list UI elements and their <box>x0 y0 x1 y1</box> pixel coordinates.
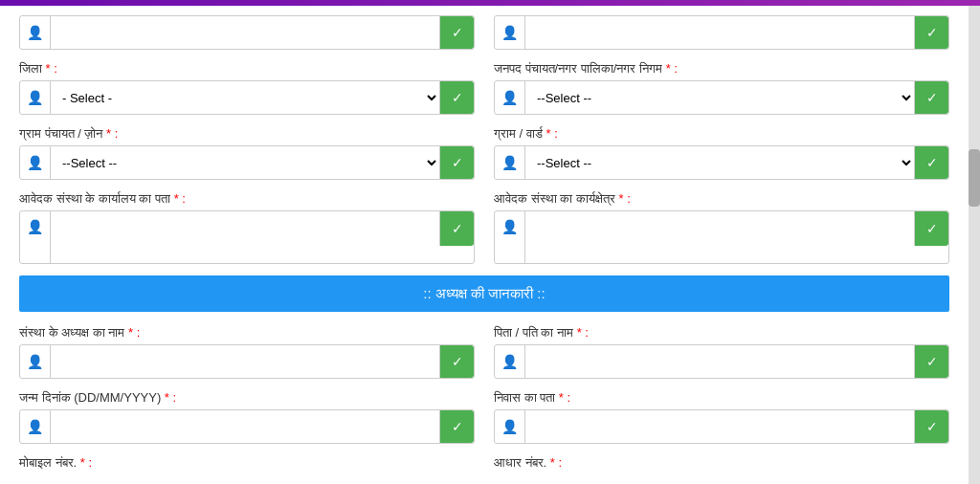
form-row-7: मोबाइल नंबर. * : आधार नंबर. * : <box>19 451 949 474</box>
check-btn-2-2[interactable]: ✓ <box>914 81 948 114</box>
form-col-3-1: ग्राम पंचायत / ज़ोन * : 👤 --Select -- ✓ <box>19 122 475 180</box>
person-icon-2-1: 👤 <box>20 81 51 114</box>
person-icon-1-1: 👤 <box>20 16 51 49</box>
label-office-address: आवेदक संस्था के कार्यालय का पता * : <box>19 191 475 207</box>
person-icon-1-2: 👤 <box>495 16 525 49</box>
label-dob: जन्म दिनांक (DD/MM/YYYY) * : <box>19 390 475 406</box>
person-icon-2-2: 👤 <box>495 81 525 114</box>
label-gram-panchayat: ग्राम पंचायत / ज़ोन * : <box>19 126 475 142</box>
form-row-1: 👤 ✓ 👤 ✓ <box>19 15 949 50</box>
label-president-name: संस्था के अध्यक्ष का नाम * : <box>19 325 475 341</box>
section-header-president: :: अध्यक्ष की जानकारी :: <box>19 275 949 312</box>
person-icon-3-1: 👤 <box>20 146 51 179</box>
text-input-father-name[interactable] <box>525 345 914 378</box>
input-group-1-2: 👤 ✓ <box>494 15 949 50</box>
form-col-5-2: पिता / पति का नाम * : 👤 ✓ <box>494 321 949 379</box>
check-btn-5-2[interactable]: ✓ <box>914 345 948 378</box>
form-col-2-2: जनपद पंचायत/नगर पालिका/नगर निगम * : 👤 --… <box>494 57 949 115</box>
person-icon-3-2: 👤 <box>495 146 525 179</box>
input-group-1-1: 👤 ✓ <box>19 15 475 50</box>
check-btn-3-2[interactable]: ✓ <box>914 146 948 179</box>
form-col-7-2: आधार नंबर. * : <box>494 451 949 474</box>
check-btn-1-1[interactable]: ✓ <box>439 16 474 49</box>
person-icon-5-1: 👤 <box>20 345 51 378</box>
page-container: 👤 ✓ 👤 ✓ जिला * : 👤 <box>0 6 980 484</box>
input-group-5-2: 👤 ✓ <box>494 344 949 379</box>
form-col-4-1: आवेदक संस्था के कार्यालय का पता * : 👤 ✓ <box>19 187 475 264</box>
textarea-work-area[interactable] <box>525 211 914 263</box>
form-col-4-2: आवेदक संस्था का कार्यक्षेत्र * : 👤 ✓ <box>494 187 949 264</box>
text-input-1-2[interactable] <box>525 16 914 49</box>
select-gram-ward[interactable]: --Select -- <box>525 146 914 179</box>
form-col-6-1: जन्म दिनांक (DD/MM/YYYY) * : 👤 ✓ <box>19 386 475 444</box>
person-icon-4-2: 👤 <box>495 211 525 263</box>
form-col-1-1: 👤 ✓ <box>19 15 475 50</box>
form-row-3: ग्राम पंचायत / ज़ोन * : 👤 --Select -- ✓ … <box>19 122 949 180</box>
select-district[interactable]: - Select - <box>51 81 439 114</box>
check-btn-5-1[interactable]: ✓ <box>439 345 474 378</box>
check-btn-2-1[interactable]: ✓ <box>439 81 474 114</box>
select-group-3-1: 👤 --Select -- ✓ <box>19 145 475 180</box>
label-mobile: मोबाइल नंबर. * : <box>19 455 475 471</box>
label-district: जिला * : <box>19 61 475 77</box>
form-col-7-1: मोबाइल नंबर. * : <box>19 451 475 474</box>
select-janpad[interactable]: --Select -- <box>525 81 914 114</box>
check-btn-4-1[interactable]: ✓ <box>439 211 474 246</box>
input-group-6-2: 👤 ✓ <box>494 409 949 444</box>
scrollbar[interactable] <box>969 6 980 484</box>
form-row-6: जन्म दिनांक (DD/MM/YYYY) * : 👤 ✓ निवास क… <box>19 386 949 444</box>
text-input-residence[interactable] <box>525 410 914 443</box>
scrollbar-thumb[interactable] <box>969 149 980 207</box>
form-col-1-2: 👤 ✓ <box>494 15 949 50</box>
text-input-1-1[interactable] <box>51 16 439 49</box>
label-aadhar: आधार नंबर. * : <box>494 455 949 471</box>
select-group-3-2: 👤 --Select -- ✓ <box>494 145 949 180</box>
form-col-3-2: ग्राम / वार्ड * : 👤 --Select -- ✓ <box>494 122 949 180</box>
check-btn-4-2[interactable]: ✓ <box>914 211 948 246</box>
label-gram-ward: ग्राम / वार्ड * : <box>494 126 949 142</box>
select-group-2-1: 👤 - Select - ✓ <box>19 80 475 115</box>
text-input-dob[interactable] <box>51 410 439 443</box>
form-col-2-1: जिला * : 👤 - Select - ✓ <box>19 57 475 115</box>
check-btn-3-1[interactable]: ✓ <box>439 146 474 179</box>
form-col-5-1: संस्था के अध्यक्ष का नाम * : 👤 ✓ <box>19 321 475 379</box>
label-father-name: पिता / पति का नाम * : <box>494 325 949 341</box>
input-group-5-1: 👤 ✓ <box>19 344 475 379</box>
textarea-office-address[interactable] <box>51 211 439 263</box>
check-btn-6-1[interactable]: ✓ <box>439 410 474 443</box>
label-work-area: आवेदक संस्था का कार्यक्षेत्र * : <box>494 191 949 207</box>
person-icon-6-1: 👤 <box>20 410 51 443</box>
textarea-group-4-2: 👤 ✓ <box>494 210 949 264</box>
form-row-2: जिला * : 👤 - Select - ✓ जनपद पंचायत/नगर … <box>19 57 949 115</box>
label-residence: निवास का पता * : <box>494 390 949 406</box>
select-group-2-2: 👤 --Select -- ✓ <box>494 80 949 115</box>
input-group-6-1: 👤 ✓ <box>19 409 475 444</box>
select-gram-panchayat[interactable]: --Select -- <box>51 146 439 179</box>
form-row-5: संस्था के अध्यक्ष का नाम * : 👤 ✓ पिता / … <box>19 321 949 379</box>
check-btn-6-2[interactable]: ✓ <box>914 410 948 443</box>
check-btn-1-2[interactable]: ✓ <box>914 16 948 49</box>
textarea-group-4-1: 👤 ✓ <box>19 210 475 264</box>
label-janpad: जनपद पंचायत/नगर पालिका/नगर निगम * : <box>494 61 949 77</box>
form-row-4: आवेदक संस्था के कार्यालय का पता * : 👤 ✓ … <box>19 187 949 264</box>
person-icon-6-2: 👤 <box>495 410 525 443</box>
form-content: 👤 ✓ 👤 ✓ जिला * : 👤 <box>0 6 969 484</box>
person-icon-5-2: 👤 <box>495 345 525 378</box>
person-icon-4-1: 👤 <box>20 211 51 263</box>
text-input-president-name[interactable] <box>51 345 439 378</box>
form-col-6-2: निवास का पता * : 👤 ✓ <box>494 386 949 444</box>
